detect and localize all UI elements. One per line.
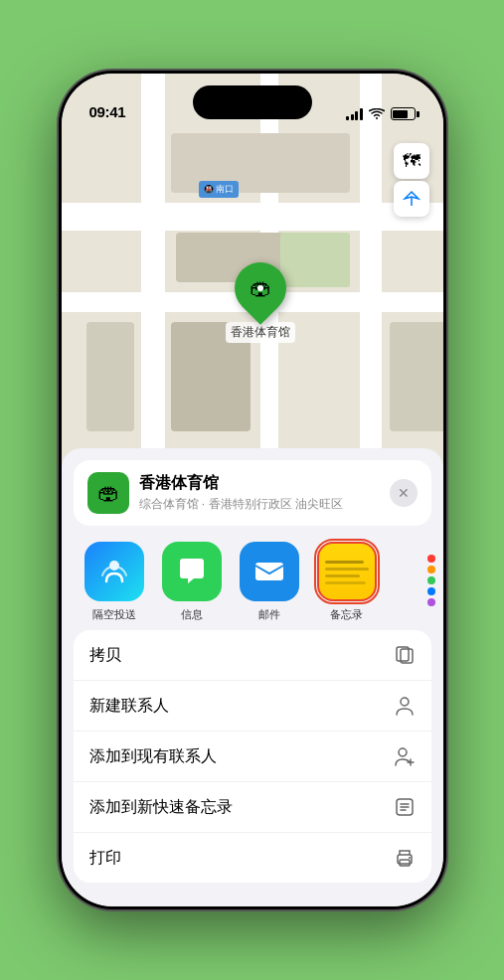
- messages-svg: [174, 554, 210, 589]
- mail-svg: [252, 554, 287, 589]
- location-card-emoji: 🏟: [97, 480, 119, 506]
- action-add-existing-label: 添加到现有联系人: [89, 746, 217, 767]
- road-horizontal-1: [62, 203, 443, 231]
- bottom-sheet: 🏟 香港体育馆 综合体育馆 · 香港特别行政区 油尖旺区 ✕: [62, 448, 443, 906]
- road-vertical-3: [360, 74, 382, 501]
- more-dot-1: [427, 555, 435, 563]
- svg-rect-1: [255, 563, 283, 580]
- mail-icon: [240, 542, 299, 601]
- battery-icon: [391, 107, 416, 120]
- location-name: 香港体育馆: [139, 473, 380, 494]
- notes-line-3: [325, 574, 360, 577]
- map-block-3: [86, 322, 134, 431]
- battery-fill: [393, 110, 408, 118]
- share-app-airdrop[interactable]: 隔空投送: [76, 542, 153, 622]
- action-add-existing-contact[interactable]: 添加到现有联系人: [74, 732, 431, 782]
- location-arrow-icon: [403, 190, 420, 208]
- location-pin: 🏟 香港体育馆: [226, 262, 295, 343]
- more-dot-4: [427, 587, 435, 595]
- more-dot-2: [427, 566, 435, 573]
- map-block-1: [171, 133, 350, 193]
- svg-point-14: [409, 857, 411, 859]
- svg-point-5: [399, 748, 407, 756]
- action-print[interactable]: 打印: [74, 833, 431, 883]
- more-dot-3: [427, 576, 435, 584]
- signal-bar-4: [360, 108, 363, 120]
- action-add-quick-note-label: 添加到新快速备忘录: [89, 797, 233, 818]
- person-icon: [394, 695, 416, 717]
- signal-bar-2: [351, 114, 354, 120]
- pin-body: 🏟: [235, 262, 286, 314]
- signal-bar-1: [346, 116, 349, 120]
- notes-icon: [317, 542, 377, 601]
- more-apps-indicator: [394, 534, 443, 626]
- share-app-notes[interactable]: 备忘录: [308, 542, 386, 622]
- action-print-label: 打印: [89, 848, 121, 869]
- location-card: 🏟 香港体育馆 综合体育馆 · 香港特别行政区 油尖旺区 ✕: [74, 460, 431, 526]
- location-card-icon: 🏟: [87, 472, 129, 514]
- airdrop-icon: [84, 542, 144, 601]
- airdrop-svg: [98, 556, 130, 587]
- wifi-icon: [369, 108, 385, 120]
- status-time: 09:41: [89, 103, 126, 120]
- action-copy-label: 拷贝: [89, 645, 121, 666]
- more-dots-stack: [427, 555, 435, 606]
- share-app-messages[interactable]: 信息: [153, 542, 231, 622]
- messages-icon: [162, 542, 222, 601]
- share-apps-row: 隔空投送 信息: [62, 534, 443, 626]
- mail-label: 邮件: [258, 607, 280, 622]
- map-controls: 🗺: [394, 143, 429, 217]
- dynamic-island: [193, 85, 312, 119]
- notes-line-1: [325, 561, 365, 564]
- map-type-button[interactable]: 🗺: [394, 143, 429, 179]
- station-label-text: 南口: [216, 183, 234, 196]
- pin-dot: [257, 285, 263, 291]
- phone-frame: 09:41: [59, 71, 446, 909]
- more-dot-5: [427, 598, 435, 606]
- note-icon: [394, 796, 416, 818]
- svg-rect-13: [400, 860, 410, 866]
- airdrop-label: 隔空投送: [92, 607, 136, 622]
- messages-label: 信息: [181, 607, 203, 622]
- location-button[interactable]: [394, 181, 429, 217]
- station-label: 南口: [199, 181, 239, 198]
- action-new-contact-label: 新建联系人: [89, 696, 169, 717]
- svg-point-4: [401, 698, 409, 706]
- action-new-contact[interactable]: 新建联系人: [74, 681, 431, 732]
- notes-line-4: [325, 581, 367, 584]
- map-type-icon: 🗺: [403, 151, 420, 172]
- signal-bars-icon: [346, 108, 363, 120]
- notes-label: 备忘录: [330, 607, 363, 622]
- printer-icon: [394, 847, 416, 869]
- action-add-quick-note[interactable]: 添加到新快速备忘录: [74, 782, 431, 833]
- map-area[interactable]: 南口 🗺 🏟: [62, 74, 443, 501]
- notes-line-2: [325, 568, 369, 571]
- person-add-icon: [394, 745, 416, 767]
- svg-point-0: [109, 561, 119, 571]
- phone-inner: 09:41: [62, 74, 443, 906]
- signal-bar-3: [355, 111, 358, 120]
- close-icon: ✕: [398, 485, 410, 501]
- location-info: 香港体育馆 综合体育馆 · 香港特别行政区 油尖旺区: [139, 473, 380, 513]
- road-vertical-1: [141, 74, 165, 501]
- copy-icon: [394, 644, 416, 666]
- action-list: 拷贝 新建联系人 添加到现有联系人: [74, 630, 431, 883]
- action-copy[interactable]: 拷贝: [74, 630, 431, 681]
- map-block-5: [390, 322, 443, 431]
- notes-lines: [319, 553, 375, 590]
- close-button[interactable]: ✕: [390, 479, 418, 507]
- share-app-mail[interactable]: 邮件: [231, 542, 308, 622]
- status-icons: [346, 107, 416, 120]
- location-desc: 综合体育馆 · 香港特别行政区 油尖旺区: [139, 496, 380, 513]
